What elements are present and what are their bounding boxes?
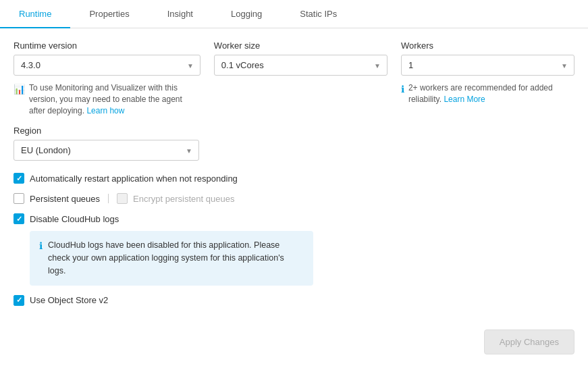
worker-size-select-wrapper: 0.1 vCores 0.2 vCores 1 vCore 2 vCores 4… <box>214 55 387 76</box>
runtime-version-group: Runtime version 4.3.0 4.2.2 4.1.6 3.9.5 … <box>14 41 201 116</box>
apply-changes-button[interactable]: Apply Changes <box>484 329 574 354</box>
persistent-queues-checkbox[interactable] <box>14 193 24 204</box>
learn-how-link[interactable]: Learn how <box>86 106 124 115</box>
disable-logs-checkbox[interactable] <box>14 213 24 224</box>
auto-restart-checkbox[interactable] <box>14 173 24 184</box>
workers-info-message: ℹ 2+ workers are recommended for added r… <box>401 82 574 105</box>
runtime-version-label: Runtime version <box>14 41 201 51</box>
tab-static-ips[interactable]: Static IPs <box>281 1 356 28</box>
info-box-text: CloudHub logs have been disabled for thi… <box>48 239 304 277</box>
tab-runtime[interactable]: Runtime <box>0 1 70 28</box>
runtime-info-message: 📊 To use Monitoring and Visualizer with … <box>14 82 201 116</box>
object-store-row: Use Object Store v2 <box>14 295 574 306</box>
encrypt-queues-label: Encrypt persistent queues <box>133 194 234 204</box>
top-settings-row: Runtime version 4.3.0 4.2.2 4.1.6 3.9.5 … <box>14 41 574 116</box>
tab-logging[interactable]: Logging <box>212 1 281 28</box>
disable-logs-row: Disable CloudHub logs <box>14 213 574 224</box>
tab-properties[interactable]: Properties <box>70 1 148 28</box>
workers-select-wrapper: 1 2 3 4 5 ▼ <box>401 55 574 76</box>
workers-select[interactable]: 1 2 3 4 5 <box>401 55 574 76</box>
persistent-queues-row: Persistent queues Encrypt persistent que… <box>14 193 574 204</box>
worker-size-group: Worker size 0.1 vCores 0.2 vCores 1 vCor… <box>214 41 387 116</box>
checkbox-divider <box>108 194 109 203</box>
tab-bar: Runtime Properties Insight Logging Stati… <box>0 0 588 28</box>
auto-restart-label: Automatically restart application when n… <box>30 174 238 184</box>
workers-info-icon: ℹ <box>401 83 404 97</box>
region-field-group: Region EU (London) US East (N. Virginia)… <box>14 126 199 161</box>
workers-info-text: 2+ workers are recommended for added rel… <box>408 82 574 105</box>
cloudhub-info-box: ℹ CloudHub logs have been disabled for t… <box>30 231 313 285</box>
worker-size-label: Worker size <box>214 41 387 51</box>
auto-restart-row: Automatically restart application when n… <box>14 173 574 184</box>
info-box-icon: ℹ <box>39 240 43 251</box>
content-area: Runtime version 4.3.0 4.2.2 4.1.6 3.9.5 … <box>0 28 588 368</box>
region-group: Region EU (London) US East (N. Virginia)… <box>14 126 574 161</box>
encrypt-queues-checkbox[interactable] <box>117 193 128 204</box>
object-store-label: Use Object Store v2 <box>30 295 108 305</box>
region-select-wrapper: EU (London) US East (N. Virginia) US Wes… <box>14 140 199 161</box>
tab-insight[interactable]: Insight <box>149 1 212 28</box>
runtime-info-text: To use Monitoring and Visualizer with th… <box>29 82 201 116</box>
runtime-version-select-wrapper: 4.3.0 4.2.2 4.1.6 3.9.5 ▼ <box>14 55 201 76</box>
workers-label: Workers <box>401 41 574 51</box>
learn-more-link[interactable]: Learn More <box>444 95 485 104</box>
runtime-version-select[interactable]: 4.3.0 4.2.2 4.1.6 3.9.5 <box>14 55 201 76</box>
disable-logs-label: Disable CloudHub logs <box>30 214 119 224</box>
persistent-queues-label: Persistent queues <box>30 194 100 204</box>
region-label: Region <box>14 126 199 136</box>
region-select[interactable]: EU (London) US East (N. Virginia) US Wes… <box>14 140 199 161</box>
bar-chart-icon: 📊 <box>14 83 25 97</box>
worker-size-select[interactable]: 0.1 vCores 0.2 vCores 1 vCore 2 vCores 4… <box>214 55 387 76</box>
object-store-checkbox[interactable] <box>14 295 24 306</box>
workers-group: Workers 1 2 3 4 5 ▼ ℹ 2+ workers are rec… <box>401 41 574 116</box>
